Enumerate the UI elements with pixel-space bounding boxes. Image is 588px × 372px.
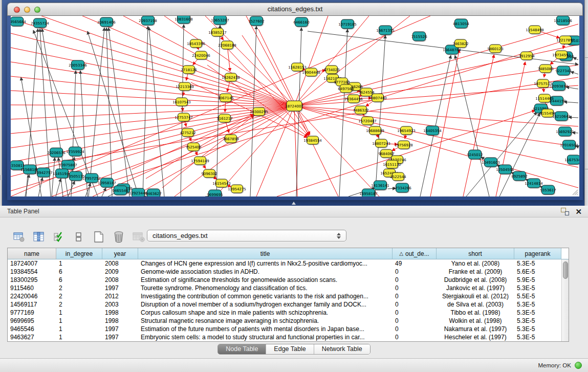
table-cell[interactable]: Investigating the contribution of common…: [138, 292, 393, 300]
table-cell[interactable]: Genome-wide association studies in ADHD.: [138, 268, 393, 276]
graph-node[interactable]: 10831608: [175, 16, 193, 25]
table-cell[interactable]: Embryonic stem cells: a model to study s…: [138, 333, 393, 341]
column-header-short[interactable]: short: [437, 248, 514, 259]
graph-node[interactable]: 3912954: [518, 52, 535, 61]
graph-node[interactable]: 12093872: [550, 81, 568, 92]
table-cell[interactable]: 0: [393, 300, 437, 309]
graph-edge-black[interactable]: [571, 72, 578, 74]
table-cell[interactable]: 9699695: [8, 317, 56, 325]
table-cell[interactable]: 0: [393, 325, 437, 333]
graph-node[interactable]: 17016504: [560, 140, 578, 150]
split-rows-icon[interactable]: [72, 230, 85, 244]
graph-node[interactable]: 9699695: [207, 190, 223, 196]
graph-node[interactable]: 18543396: [187, 39, 205, 49]
graph-edge-red[interactable]: [294, 85, 578, 106]
table-cell[interactable]: 2008: [102, 276, 138, 284]
graph-edge-red[interactable]: [226, 47, 309, 136]
graph-edge-red[interactable]: [246, 16, 294, 106]
table-cell[interactable]: Corpus callosum shape and size in male p…: [138, 309, 393, 317]
table-cell[interactable]: 1: [56, 317, 102, 325]
table-cell[interactable]: 5.3E-5: [514, 309, 561, 317]
graph-node[interactable]: 10688609: [366, 126, 384, 136]
network-canvas[interactable]: 1956568424355724206914062093719810831608…: [11, 16, 579, 196]
table-cell[interactable]: 1: [56, 333, 102, 341]
graph-node[interactable]: 8813054: [453, 19, 469, 29]
graph-node[interactable]: 17594149: [191, 157, 209, 166]
graph-node[interactable]: 2522544: [390, 172, 406, 182]
table-cell[interactable]: 0: [393, 284, 437, 292]
table-cell[interactable]: 5.3E-5: [514, 317, 561, 325]
graph-node[interactable]: 3667859: [223, 135, 238, 144]
graph-edge-red[interactable]: [11, 105, 294, 106]
table-cell[interactable]: Tourette syndrome. Phenomenology and cla…: [138, 284, 393, 292]
table-scrollbar[interactable]: [561, 259, 569, 341]
graph-node[interactable]: 20937198: [139, 16, 157, 26]
table-row[interactable]: 946362711997Embryonic stem cells: a mode…: [8, 333, 561, 341]
scrollbar-thumb[interactable]: [563, 261, 568, 279]
graph-node[interactable]: 4275212: [180, 128, 195, 138]
collapsed-panel-handle[interactable]: [0, 175, 2, 180]
table-row[interactable]: 977716911998Corpus callosum shape and si…: [8, 309, 561, 317]
graph-node[interactable]: 9463627: [145, 189, 161, 196]
table-cell[interactable]: 2: [56, 292, 102, 300]
graph-node[interactable]: 22068188: [218, 41, 236, 50]
graph-node[interactable]: 2718126: [181, 65, 197, 75]
graph-node[interactable]: 20206576: [47, 148, 66, 158]
graph-node[interactable]: 19904448: [302, 68, 320, 77]
graph-node[interactable]: 12414814: [525, 179, 543, 189]
graph-node[interactable]: 6466160: [293, 17, 309, 28]
graph-node[interactable]: 9353617: [540, 185, 556, 195]
tab-edge-table[interactable]: Edge Table: [266, 344, 314, 354]
graph-node[interactable]: 1527602: [248, 16, 264, 27]
graph-node[interactable]: 13942757: [34, 168, 53, 178]
table-cell[interactable]: 5.3E-5: [514, 325, 561, 333]
table-cell[interactable]: 2012: [102, 292, 138, 300]
table-cell[interactable]: 0: [393, 276, 437, 284]
table-cell[interactable]: Hescheler et al. (1997): [437, 333, 514, 341]
close-window-icon[interactable]: [14, 7, 20, 13]
table-row[interactable]: 1830029562008Estimation of significance …: [8, 276, 561, 284]
graph-edge-red[interactable]: [294, 106, 578, 188]
column-header-in_degree[interactable]: in_degree: [56, 248, 102, 259]
table-cell[interactable]: 1998: [102, 309, 138, 317]
table-cell[interactable]: 9777169: [8, 309, 56, 317]
delete-column-icon[interactable]: [132, 230, 145, 244]
graph-node[interactable]: 9465546: [112, 186, 128, 196]
graph-node[interactable]: 9155494: [539, 109, 556, 118]
graph-node[interactable]: 5860123: [487, 45, 503, 54]
table-row[interactable]: 2242004622012Investigating the contribut…: [8, 292, 561, 300]
graph-edge-red[interactable]: [294, 106, 578, 167]
graph-node[interactable]: 20053346: [69, 60, 87, 71]
graph-node[interactable]: 8925892: [511, 171, 527, 182]
graph-edge-red[interactable]: [82, 16, 294, 106]
new-table-icon[interactable]: [92, 230, 105, 244]
table-cell[interactable]: 1: [56, 259, 102, 268]
graph-node[interactable]: 6734023: [323, 65, 339, 75]
table-cell[interactable]: 0: [393, 292, 437, 300]
graph-node[interactable]: 7525402: [185, 143, 201, 152]
graph-node[interactable]: 17334266: [393, 183, 411, 193]
network-view-window[interactable]: citations_edges.txt 19565684243557242069…: [7, 3, 583, 200]
table-settings-icon[interactable]: [12, 230, 26, 244]
table-cell[interactable]: 1998: [102, 317, 138, 325]
graph-node[interactable]: 20691406: [97, 17, 116, 28]
table-cell[interactable]: Estimation of significance thresholds fo…: [138, 276, 393, 284]
zoom-window-icon[interactable]: [34, 7, 40, 13]
row-check-icon[interactable]: [52, 230, 66, 244]
table-row[interactable]: 1872400712008Changes of HCN gene express…: [8, 259, 561, 268]
table-cell[interactable]: 22420046: [8, 292, 56, 300]
graph-node[interactable]: 5161217: [216, 114, 232, 123]
graph-node[interactable]: 10653287: [211, 16, 229, 26]
graph-node[interactable]: 22420046: [192, 51, 210, 60]
table-cell[interactable]: 0: [393, 309, 437, 317]
table-cell[interactable]: 6: [56, 276, 102, 284]
close-panel-icon[interactable]: ✕: [575, 208, 582, 215]
graph-edge-black[interactable]: [21, 77, 41, 196]
table-cell[interactable]: Changes of HCN gene expression and I(f) …: [138, 259, 393, 268]
graph-node[interactable]: 19565684: [11, 17, 26, 27]
table-cell[interactable]: Estimation of the future numbers of pati…: [138, 325, 393, 333]
table-cell[interactable]: 5.5E-5: [514, 292, 561, 300]
table-cell[interactable]: 49: [393, 259, 437, 268]
graph-edge-red[interactable]: [294, 24, 578, 106]
graph-edge-red[interactable]: [11, 77, 578, 169]
